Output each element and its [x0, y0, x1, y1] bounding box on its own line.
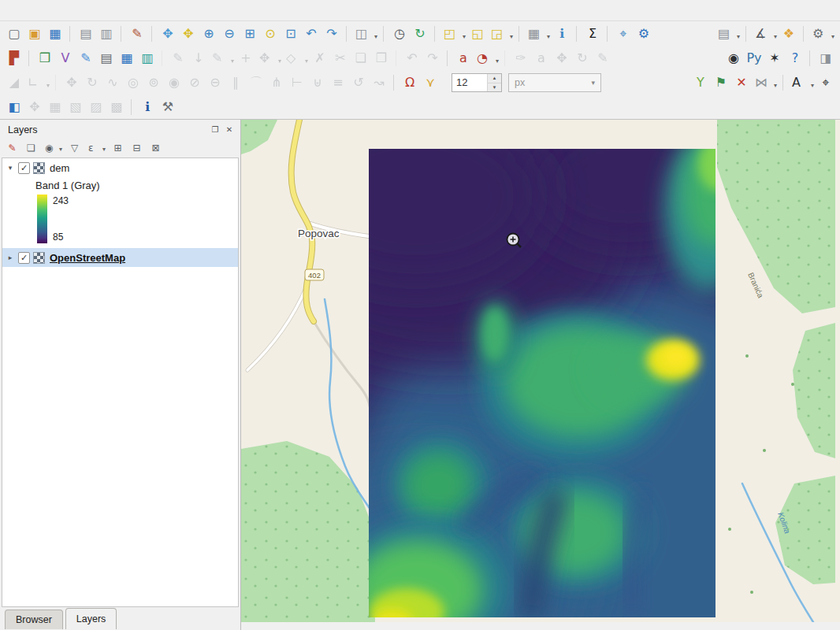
expand-all-button[interactable]: ⊞ — [110, 140, 126, 157]
select-features-button[interactable]: ◰ — [440, 24, 467, 44]
open-project-button[interactable]: ▣ — [24, 24, 45, 44]
layer-openstreetmap-checkbox[interactable]: ✓ — [18, 252, 30, 264]
pan-to-selection-button[interactable]: ✥ — [178, 24, 199, 44]
measure-button[interactable]: ∡ — [752, 24, 779, 44]
rotate-feature-button[interactable]: ↻ — [82, 72, 102, 93]
add-feature-button[interactable]: + — [236, 48, 256, 69]
change-label-button[interactable]: ✎ — [593, 48, 613, 69]
undo-button[interactable]: ↶ — [402, 48, 422, 69]
paste-features-button[interactable]: ❐ — [371, 48, 392, 69]
text-annotation-button[interactable]: A — [789, 72, 816, 93]
snapping-on-intersections-button[interactable]: ⋈ — [752, 72, 779, 93]
debugging-tools-button[interactable]: ✶ — [764, 48, 785, 69]
panel-toggle-button[interactable]: ◨ — [816, 48, 836, 69]
menu-item-processing[interactable] — [147, 7, 161, 13]
processing-toolbox-button[interactable]: ⚙ — [634, 24, 654, 44]
save-project-button[interactable]: ▦ — [45, 24, 65, 44]
menu-item-view[interactable] — [33, 7, 47, 13]
filter-legend-by-expression-button[interactable]: ε — [85, 140, 107, 157]
deselect-all-button[interactable]: ◲ — [488, 24, 515, 44]
show-bookmarks-button[interactable]: ▤ — [715, 24, 742, 44]
unit-combobox[interactable]: px ▾ — [508, 73, 601, 92]
new-mesh-layer-button[interactable]: ▥ — [137, 48, 158, 69]
statistics-button[interactable]: Σ — [582, 24, 603, 44]
enable-tracing-button[interactable]: ⋎ — [420, 72, 440, 93]
data-source-manager-button[interactable]: ▛ — [4, 48, 24, 69]
manage-map-themes-button[interactable]: ◉ — [42, 140, 64, 157]
mesh-add-face-button[interactable]: ▧ — [65, 97, 86, 117]
layer-dem-label[interactable]: dem — [48, 162, 69, 174]
offset-curve-button[interactable]: ∥ — [225, 72, 246, 93]
show-layout-manager-button[interactable]: ▥ — [96, 24, 117, 44]
tab-browser[interactable]: Browser — [5, 610, 63, 629]
pan-map-button[interactable]: ✥ — [158, 24, 178, 44]
move-annotation-button[interactable]: ⌖ — [816, 72, 836, 93]
new-map-view-button[interactable]: ◫ — [352, 24, 379, 44]
menu-item-raster[interactable] — [104, 7, 118, 13]
map-canvas[interactable]: Popovac 402 Branića Kolina — [241, 120, 840, 622]
layer-row-dem[interactable]: ▾ ✓ dem — [2, 158, 238, 177]
style-manager-button[interactable]: ✎ — [127, 24, 147, 44]
search-locator-button[interactable]: ⌖ — [613, 24, 634, 44]
spin-down-button[interactable]: ▼ — [488, 83, 501, 91]
split-features-button[interactable]: ⋔ — [266, 72, 287, 93]
redo-button[interactable]: ↷ — [422, 48, 443, 69]
menu-item-layer[interactable] — [47, 7, 61, 13]
open-attribute-table-button[interactable]: ▦ — [525, 24, 552, 44]
menu-item-mesh[interactable] — [132, 7, 147, 13]
remove-layer-button[interactable]: ⊠ — [147, 140, 164, 157]
pin-labels-button[interactable]: ✑ — [511, 48, 531, 69]
reshape-features-button[interactable]: ⌒ — [246, 72, 266, 93]
new-print-layout-button[interactable]: ▤ — [76, 24, 96, 44]
filter-legend-button[interactable]: ▽ — [66, 140, 83, 157]
menu-item-plugins[interactable] — [76, 7, 90, 13]
new-virtual-layer-button[interactable]: ▦ — [117, 48, 137, 69]
zoom-next-button[interactable]: ↷ — [322, 24, 342, 44]
digitize-mesh-button[interactable]: ◧ — [4, 97, 24, 117]
menu-item-project[interactable] — [5, 7, 19, 13]
mesh-reindex-button[interactable]: ▩ — [106, 97, 127, 117]
menu-item-edit[interactable] — [19, 7, 33, 13]
topological-editing-button[interactable]: ⚑ — [711, 72, 731, 93]
move-feature-copy-button[interactable]: ✥ — [61, 72, 82, 93]
delete-part-button[interactable]: ⊖ — [205, 72, 225, 93]
merge-features-button[interactable]: ⊎ — [307, 72, 328, 93]
refresh-button[interactable]: ↻ — [410, 24, 430, 44]
merge-attributes-button[interactable]: ≡ — [328, 72, 348, 93]
close-panel-button[interactable]: ✕ — [223, 124, 236, 136]
clear-snapping-button[interactable]: ✕ — [731, 72, 752, 93]
cut-features-button[interactable]: ✂ — [330, 48, 351, 69]
zoom-last-button[interactable]: ↶ — [301, 24, 322, 44]
mesh-edit-vertices-button[interactable]: ▦ — [45, 97, 65, 117]
collapse-all-button[interactable]: ⊟ — [128, 140, 145, 157]
identify-features-button[interactable]: ℹ — [552, 24, 572, 44]
layer-openstreetmap-label[interactable]: OpenStreetMap — [48, 252, 125, 264]
vertex-tool-button[interactable]: ◇ — [283, 48, 310, 69]
zoom-in-button[interactable]: ⊕ — [199, 24, 219, 44]
add-ring-button[interactable]: ◎ — [123, 72, 143, 93]
configure-tool-button[interactable]: ⚒ — [158, 97, 178, 117]
split-parts-button[interactable]: ⊢ — [287, 72, 307, 93]
layer-dem-checkbox[interactable]: ✓ — [18, 162, 30, 174]
options-button[interactable]: ⚙ — [809, 24, 836, 44]
expander-icon[interactable]: ▸ — [6, 254, 15, 261]
enable-advanced-digitizing-button[interactable]: ◢ — [4, 72, 24, 93]
cad-construction-button[interactable]: ∟ — [24, 72, 51, 93]
select-by-expression-button[interactable]: ◱ — [467, 24, 488, 44]
layer-diagram-button[interactable]: ◔ — [474, 48, 500, 69]
current-edits-button[interactable]: ✎ — [209, 48, 236, 69]
stream-digitizing-button[interactable]: Y — [690, 72, 711, 93]
menu-item-web[interactable] — [118, 7, 132, 13]
menu-item-settings[interactable] — [61, 7, 76, 13]
delete-selected-button[interactable]: ✗ — [310, 48, 330, 69]
simplify-feature-button[interactable]: ∿ — [102, 72, 123, 93]
add-group-button[interactable]: ❏ — [23, 140, 39, 157]
move-feature-button[interactable]: ✥ — [256, 48, 283, 69]
mesh-force-by-lines-button[interactable]: ▨ — [86, 97, 106, 117]
new-geopackage-layer-button[interactable]: ❒ — [35, 48, 55, 69]
rotate-label-button[interactable]: ↻ — [572, 48, 593, 69]
enable-snapping-button[interactable]: Ω — [400, 72, 420, 93]
new-temporary-scratch-layer-button[interactable]: ▤ — [96, 48, 117, 69]
delete-ring-button[interactable]: ⊘ — [184, 72, 205, 93]
new-project-button[interactable]: ▢ — [4, 24, 24, 44]
